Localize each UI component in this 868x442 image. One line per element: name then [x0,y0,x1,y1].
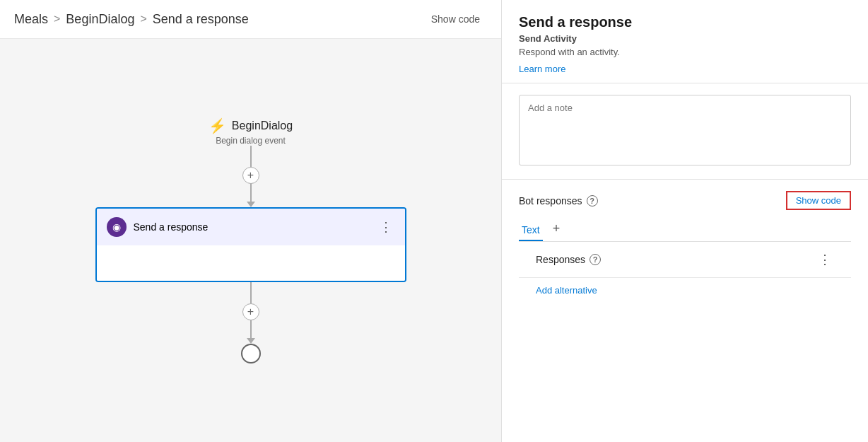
right-panel-header: Send a response Send Activity Respond wi… [502,0,868,83]
plus-icon-2: + [247,306,254,318]
send-icon: ◉ [112,221,121,233]
tab-text-label: Text [519,224,543,235]
send-response-header: ◉ Send a response ⋮ [97,209,405,245]
send-response-left: ◉ Send a response [107,217,209,237]
bot-responses-left: Bot responses ? [519,195,598,207]
add-tab-button[interactable]: + [550,222,563,235]
canvas-area: ⚡ BeginDialog Begin dialog event + [0,39,501,442]
responses-text: Responses [536,254,585,265]
tab-underline [519,240,543,241]
note-section [502,83,868,180]
lightning-icon: ⚡ [209,117,226,134]
end-node [241,344,261,364]
arrow-line-1 [250,184,252,202]
right-panel-subtitle: Send Activity [519,33,851,44]
connector-arrow-2 [247,320,255,344]
begin-dialog-sublabel: Begin dialog event [216,136,286,146]
right-panel: Send a response Send Activity Respond wi… [502,0,868,442]
left-panel: Meals > BeginDialog > Send a response Sh… [0,0,502,442]
learn-more-link[interactable]: Learn more [519,64,565,74]
bot-responses-label: Bot responses [519,195,582,207]
send-response-menu-button[interactable]: ⋮ [377,219,395,235]
send-response-card[interactable]: ◉ Send a response ⋮ [95,207,406,282]
add-node-button-2[interactable]: + [242,303,259,320]
begin-dialog-node: ⚡ BeginDialog Begin dialog event [209,117,293,146]
breadcrumb-begin-dialog[interactable]: BeginDialog [66,12,134,27]
tabs-bar: Text + [519,219,851,242]
responses-label: Responses ? [536,254,601,265]
begin-dialog-label: ⚡ BeginDialog [209,117,293,134]
add-node-button-1[interactable]: + [242,167,259,184]
show-code-top-button[interactable]: Show code [424,10,487,28]
send-response-card-title: Send a response [134,221,209,233]
connector-line-1 [250,146,252,167]
right-panel-description: Respond with an activity. [519,47,851,57]
flow-container: ⚡ BeginDialog Begin dialog event + [95,117,406,364]
breadcrumb: Meals > BeginDialog > Send a response [14,12,249,27]
show-code-right-button[interactable]: Show code [786,191,851,210]
send-response-body [97,245,405,281]
breadcrumb-send-response[interactable]: Send a response [153,12,249,27]
connector-arrow-1 [247,184,255,207]
responses-menu-button[interactable]: ⋮ [816,252,834,267]
arrow-head-2 [247,338,255,344]
arrow-head-1 [247,202,255,207]
send-response-icon: ◉ [107,217,127,237]
top-bar: Meals > BeginDialog > Send a response Sh… [0,0,501,39]
breadcrumb-sep1: > [54,13,60,25]
bot-responses-section: Bot responses ? Show code Text + Respons… [502,180,868,303]
responses-row: Responses ? ⋮ [519,242,851,278]
responses-help-icon[interactable]: ? [590,254,601,265]
breadcrumb-sep2: > [140,13,146,25]
arrow-line-2 [250,320,252,338]
breadcrumb-meals[interactable]: Meals [14,12,48,27]
right-panel-title: Send a response [519,14,851,30]
plus-icon-1: + [247,169,254,182]
add-alternative-link[interactable]: Add alternative [519,278,851,303]
note-textarea[interactable] [519,95,851,165]
bot-responses-help-icon[interactable]: ? [587,195,598,207]
tab-text[interactable]: Text [519,219,543,241]
bot-responses-header: Bot responses ? Show code [519,191,851,210]
connector-line-2 [250,282,252,303]
